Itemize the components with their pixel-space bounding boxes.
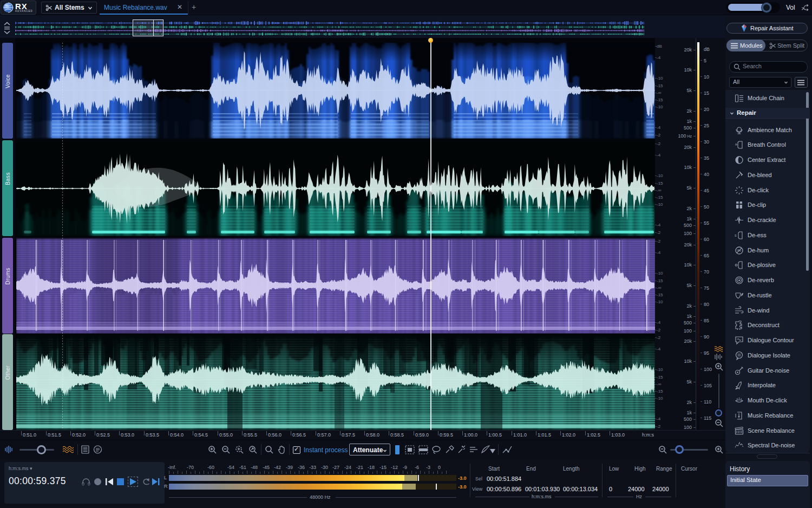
svg-text:s: s — [735, 233, 737, 237]
